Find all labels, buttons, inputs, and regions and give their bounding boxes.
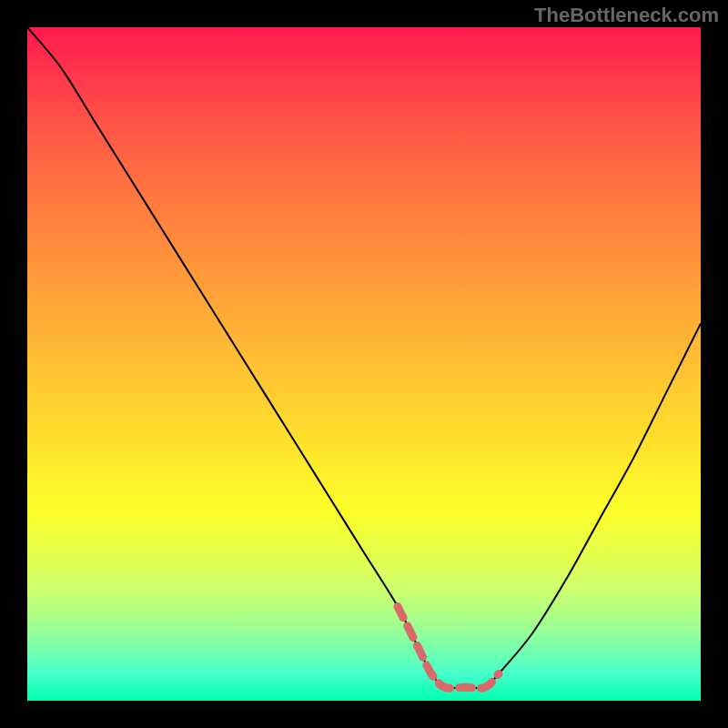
optimal-range-marker: [398, 606, 499, 688]
bottleneck-curve: [27, 27, 701, 688]
chart-svg: [27, 27, 701, 701]
watermark-text: TheBottleneck.com: [534, 4, 719, 27]
plot-area: [27, 27, 701, 701]
